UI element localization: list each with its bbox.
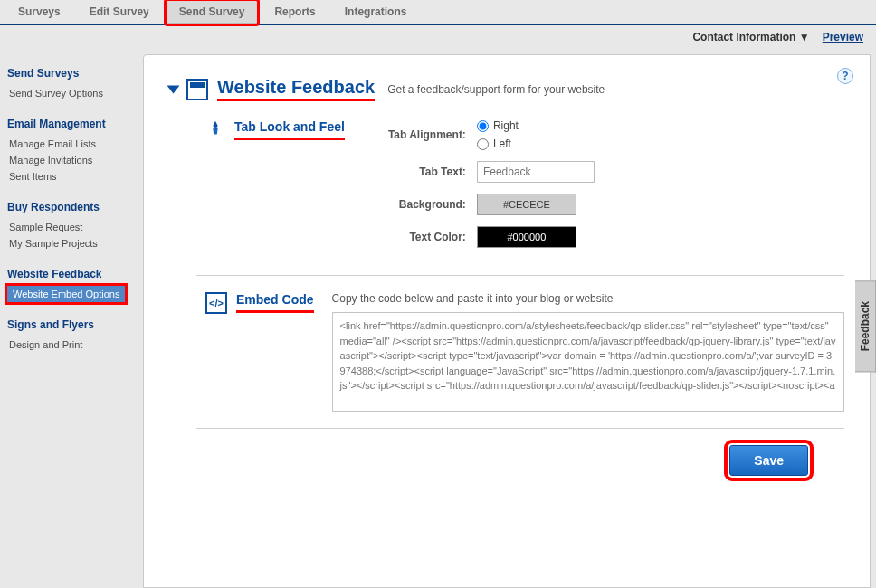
text-color-swatch[interactable]: #000000 <box>477 226 576 248</box>
sidebar-item-website-embed-options[interactable]: Website Embed Options <box>7 286 125 302</box>
background-color-swatch[interactable]: #CECECE <box>477 194 576 215</box>
feedback-tab[interactable]: Feedback <box>855 280 876 372</box>
divider <box>196 428 844 429</box>
alignment-right-radio[interactable] <box>477 120 489 132</box>
sidegroup-buy-respondents: Buy Respondents <box>7 201 143 213</box>
page-subtitle: Get a feedback/support form for your web… <box>387 83 605 96</box>
page-title: Website Feedback <box>217 77 375 101</box>
nav-reports[interactable]: Reports <box>262 1 328 23</box>
sidebar-item-sample-request[interactable]: Sample Request <box>7 219 143 235</box>
sidegroup-website-feedback: Website Feedback <box>7 268 143 280</box>
sidebar: Send Surveys Send Survey Options Email M… <box>0 49 143 588</box>
nav-surveys[interactable]: Surveys <box>5 1 73 23</box>
embed-code-textarea[interactable]: <link href="https://admin.questionpro.co… <box>332 312 844 412</box>
sidebar-item-sent-items[interactable]: Sent Items <box>7 168 143 185</box>
window-icon <box>186 79 208 100</box>
alignment-right-label: Right <box>493 119 519 132</box>
nav-integrations[interactable]: Integrations <box>332 1 420 23</box>
sidebar-item-send-survey-options[interactable]: Send Survey Options <box>7 85 143 101</box>
tab-text-input[interactable] <box>477 161 595 183</box>
nav-send-survey[interactable]: Send Survey <box>166 0 259 24</box>
alignment-right-option[interactable]: Right <box>477 119 519 132</box>
paint-icon <box>205 119 225 139</box>
background-label: Background: <box>367 198 466 211</box>
save-button[interactable]: Save <box>729 445 808 476</box>
text-color-label: Text Color: <box>367 231 466 243</box>
divider <box>196 275 844 276</box>
sidebar-item-design-and-print[interactable]: Design and Print <box>7 337 143 353</box>
preview-link[interactable]: Preview <box>823 31 863 43</box>
tab-text-label: Tab Text: <box>367 166 466 178</box>
nav-edit-survey[interactable]: Edit Survey <box>77 1 162 23</box>
sidebar-item-manage-invitations[interactable]: Manage Invitations <box>7 152 143 168</box>
tab-look-and-feel-title: Tab Look and Feel <box>234 119 345 140</box>
tab-alignment-label: Tab Alignment: <box>367 128 466 141</box>
code-icon: </> <box>205 292 227 314</box>
sub-bar: Contact Information ▼ Preview <box>0 25 876 49</box>
alignment-left-option[interactable]: Left <box>477 138 519 150</box>
contact-information-dropdown[interactable]: Contact Information ▼ <box>692 31 809 43</box>
help-icon[interactable]: ? <box>837 68 853 84</box>
embed-code-title: Embed Code <box>236 292 314 313</box>
sidegroup-email-management: Email Management <box>7 118 143 130</box>
sidebar-item-my-sample-projects[interactable]: My Sample Projects <box>7 235 143 251</box>
sidebar-item-manage-email-lists[interactable]: Manage Email Lists <box>7 136 143 152</box>
sidegroup-send-surveys: Send Surveys <box>7 67 143 80</box>
section-header: Website Feedback Get a feedback/support … <box>169 77 844 101</box>
chevron-down-icon[interactable] <box>167 85 180 93</box>
alignment-left-label: Left <box>493 138 511 150</box>
embed-hint: Copy the code below and paste it into yo… <box>332 292 844 305</box>
main-panel: ? Website Feedback Get a feedback/suppor… <box>143 54 871 588</box>
sidegroup-signs-flyers: Signs and Flyers <box>7 318 143 331</box>
top-nav: Surveys Edit Survey Send Survey Reports … <box>0 0 876 25</box>
alignment-left-radio[interactable] <box>477 138 489 150</box>
